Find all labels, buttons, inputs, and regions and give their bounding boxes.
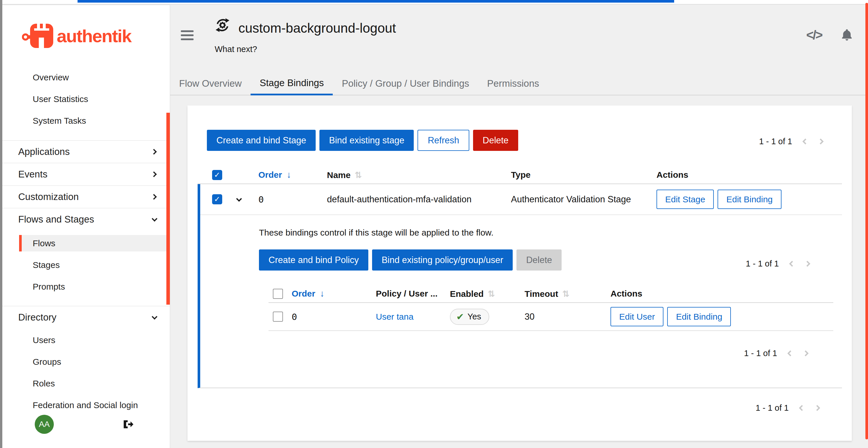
prev-page-icon[interactable] [799, 405, 805, 411]
sidebar-item-roles[interactable]: Roles [2, 373, 170, 394]
policy-pagination-top: 1 - 1 of 1 [746, 259, 810, 269]
avatar[interactable]: AA [35, 415, 54, 434]
sidebar-item-prompts[interactable]: Prompts [2, 276, 170, 298]
chevron-down-icon [152, 216, 157, 222]
policy-pagination-bottom: 1 - 1 of 1 [744, 349, 808, 358]
tab-flow-overview[interactable]: Flow Overview [170, 72, 251, 95]
next-page-icon[interactable] [803, 350, 809, 356]
notification-bell-icon[interactable] [840, 28, 854, 42]
sidebar-item-events[interactable]: Events [2, 163, 170, 185]
stage-bindings-table: ✓ Order↓ Name⇅ Type Actions ✓ 0 default-… [197, 166, 842, 388]
order-cell: 0 [292, 312, 376, 322]
next-page-icon[interactable] [804, 261, 810, 267]
next-page-icon[interactable] [814, 405, 820, 411]
stage-pagination-bottom: 1 - 1 of 1 [756, 403, 819, 413]
select-all-checkbox[interactable] [273, 289, 283, 299]
sidebar-item-users[interactable]: Users [2, 329, 170, 351]
expanded-row-group: ✓ 0 default-authentication-mfa-validatio… [197, 184, 842, 388]
user-link[interactable]: User tana [376, 312, 450, 322]
top-accent-bar [78, 0, 674, 3]
actions-column-header: Actions [656, 170, 842, 180]
prev-page-icon[interactable] [787, 350, 793, 356]
policy-delete-button[interactable]: Delete [517, 249, 562, 271]
enabled-badge: ✔ Yes [450, 309, 489, 325]
chevron-down-icon [152, 314, 157, 320]
sort-icon: ⇅ [562, 289, 569, 299]
create-and-bind-stage-button[interactable]: Create and bind Stage [207, 130, 316, 151]
stage-toolbar: Create and bind Stage Bind existing stag… [207, 130, 518, 151]
row-checkbox[interactable] [273, 312, 283, 322]
create-and-bind-policy-button[interactable]: Create and bind Policy [259, 249, 368, 271]
chevron-right-icon [151, 171, 157, 177]
page-scrollbar[interactable] [865, 3, 868, 439]
order-cell: 0 [258, 194, 327, 205]
edit-binding-button[interactable]: Edit Binding [667, 307, 731, 326]
sidebar-item-system-tasks[interactable]: System Tasks [2, 110, 170, 132]
row-expander-icon[interactable] [236, 196, 242, 202]
sidebar-item-stages[interactable]: Stages [2, 254, 170, 276]
main-area: custom-background-logout What next? </> … [170, 5, 865, 448]
stage-pagination-top: 1 - 1 of 1 [759, 137, 823, 146]
tab-permissions[interactable]: Permissions [478, 72, 548, 95]
authentik-logo[interactable]: authentik [2, 5, 170, 67]
bind-existing-stage-button[interactable]: Bind existing stage [319, 130, 414, 151]
pagination-label: 1 - 1 of 1 [746, 259, 779, 269]
next-page-icon[interactable] [818, 138, 824, 144]
policy-user-column-header[interactable]: Policy / User ... [376, 289, 450, 299]
type-column-header: Type [511, 170, 656, 180]
sidebar-item-overview[interactable]: Overview [2, 67, 170, 88]
pagination-label: 1 - 1 of 1 [744, 349, 777, 358]
sidebar-item-flows-and-stages[interactable]: Flows and Stages [2, 208, 170, 230]
api-browser-icon[interactable]: </> [806, 28, 822, 42]
edit-stage-button[interactable]: Edit Stage [656, 189, 714, 209]
menu-toggle-icon[interactable] [181, 30, 193, 42]
check-icon: ✔ [456, 311, 464, 322]
tab-stage-bindings[interactable]: Stage Bindings [251, 72, 333, 95]
sidebar: authentik Overview User Statistics Syste… [2, 5, 170, 448]
policy-table-row[interactable]: 0 User tana ✔ Yes 30 Edit User [269, 303, 833, 331]
select-all-checkbox[interactable]: ✓ [212, 170, 222, 180]
bind-existing-policy-button[interactable]: Bind existing policy/group/user [372, 249, 513, 271]
tab-policy-group-user-bindings[interactable]: Policy / Group / User Bindings [333, 72, 478, 95]
sidebar-item-customization[interactable]: Customization [2, 185, 170, 208]
sort-desc-icon: ↓ [320, 288, 324, 299]
delete-button[interactable]: Delete [473, 130, 518, 151]
stage-table-header: ✓ Order↓ Name⇅ Type Actions [197, 166, 842, 184]
chevron-right-icon [151, 149, 157, 154]
flow-icon [214, 16, 231, 34]
policy-bindings-table: Order↓ Policy / User ... Enabled⇅ Timeou… [269, 285, 833, 331]
prev-page-icon[interactable] [802, 138, 808, 144]
order-column-header[interactable]: Order↓ [292, 288, 376, 299]
page-subtitle: What next? [215, 44, 257, 54]
sidebar-item-directory[interactable]: Directory [2, 306, 170, 328]
enabled-column-header[interactable]: Enabled⇅ [450, 289, 525, 299]
logout-icon[interactable] [122, 419, 133, 429]
authentik-key-icon [22, 22, 54, 50]
pagination-label: 1 - 1 of 1 [756, 403, 789, 413]
edit-user-button[interactable]: Edit User [611, 307, 663, 326]
pagination-label: 1 - 1 of 1 [759, 137, 792, 146]
timeout-column-header[interactable]: Timeout⇅ [525, 289, 611, 299]
sidebar-item-user-statistics[interactable]: User Statistics [2, 88, 170, 110]
content-card: Create and bind Stage Bind existing stag… [187, 105, 852, 441]
order-column-header[interactable]: Order↓ [258, 170, 327, 180]
prev-page-icon[interactable] [789, 261, 795, 267]
policy-toolbar: Create and bind Policy Bind existing pol… [259, 249, 562, 271]
sidebar-nav: Overview User Statistics System Tasks Ap… [2, 67, 170, 416]
sidebar-item-applications[interactable]: Applications [2, 140, 170, 163]
chevron-right-icon [151, 194, 157, 200]
row-checkbox[interactable]: ✓ [212, 194, 222, 204]
refresh-button[interactable]: Refresh [417, 130, 469, 151]
window-edge [0, 0, 2, 448]
edit-binding-button[interactable]: Edit Binding [717, 189, 781, 209]
actions-column-header: Actions [611, 289, 833, 299]
timeout-cell: 30 [525, 312, 611, 322]
tab-bar: Flow Overview Stage Bindings Policy / Gr… [170, 72, 865, 95]
sidebar-item-groups[interactable]: Groups [2, 351, 170, 373]
name-column-header[interactable]: Name⇅ [327, 170, 511, 180]
policy-bindings-panel: These bindings control if this stage wil… [200, 215, 842, 388]
sort-desc-icon: ↓ [287, 170, 291, 180]
sidebar-item-flows[interactable]: Flows [19, 235, 170, 251]
stage-table-row[interactable]: ✓ 0 default-authentication-mfa-validatio… [200, 184, 842, 215]
sidebar-scrollbar[interactable] [166, 113, 170, 305]
